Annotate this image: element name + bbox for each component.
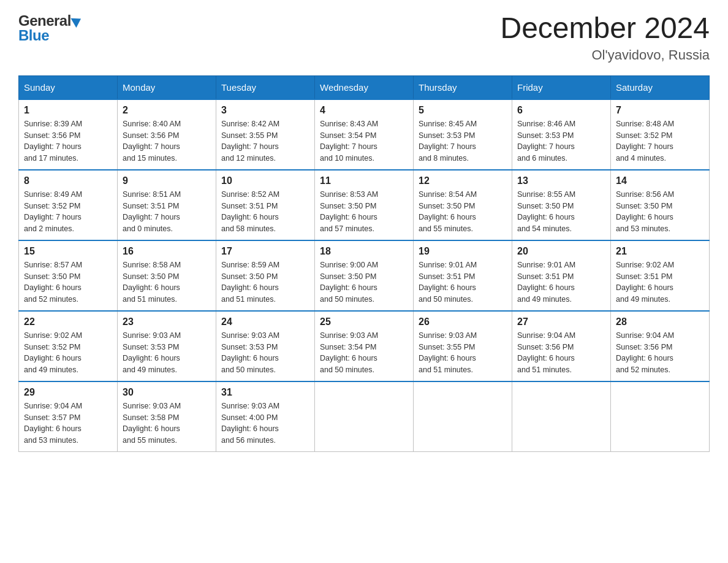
calendar-cell: 22 Sunrise: 9:02 AM Sunset: 3:52 PM Dayl… [19,311,118,381]
day-info: Sunrise: 9:01 AM Sunset: 3:51 PM Dayligh… [517,259,605,305]
day-number: 16 [123,246,211,257]
calendar-cell: 6 Sunrise: 8:46 AM Sunset: 3:53 PM Dayli… [512,99,611,170]
calendar-cell: 2 Sunrise: 8:40 AM Sunset: 3:56 PM Dayli… [118,99,216,170]
day-info: Sunrise: 8:55 AM Sunset: 3:50 PM Dayligh… [517,189,605,235]
header-wednesday: Wednesday [315,75,414,99]
day-info: Sunrise: 8:43 AM Sunset: 3:54 PM Dayligh… [320,118,408,164]
day-info: Sunrise: 9:03 AM Sunset: 3:58 PM Dayligh… [123,400,211,446]
day-info: Sunrise: 8:46 AM Sunset: 3:53 PM Dayligh… [517,118,605,164]
day-number: 14 [616,175,704,186]
calendar-cell: 13 Sunrise: 8:55 AM Sunset: 3:50 PM Dayl… [512,170,611,240]
day-number: 28 [616,316,704,327]
calendar-cell: 15 Sunrise: 8:57 AM Sunset: 3:50 PM Dayl… [19,240,118,311]
day-info: Sunrise: 8:45 AM Sunset: 3:53 PM Dayligh… [419,118,507,164]
calendar-cell: 29 Sunrise: 9:04 AM Sunset: 3:57 PM Dayl… [19,381,118,452]
month-title: December 2024 [500,12,710,45]
calendar-week-4: 22 Sunrise: 9:02 AM Sunset: 3:52 PM Dayl… [19,311,710,381]
location-title: Ol'yavidovo, Russia [500,47,710,63]
day-number: 18 [320,246,408,257]
calendar-cell: 7 Sunrise: 8:48 AM Sunset: 3:52 PM Dayli… [611,99,710,170]
day-number: 9 [123,175,211,186]
day-number: 3 [221,105,309,116]
day-info: Sunrise: 9:03 AM Sunset: 3:53 PM Dayligh… [221,330,309,376]
day-info: Sunrise: 9:00 AM Sunset: 3:50 PM Dayligh… [320,259,408,305]
calendar-cell: 14 Sunrise: 8:56 AM Sunset: 3:50 PM Dayl… [611,170,710,240]
calendar-cell: 20 Sunrise: 9:01 AM Sunset: 3:51 PM Dayl… [512,240,611,311]
calendar-table: Sunday Monday Tuesday Wednesday Thursday… [18,75,710,452]
day-info: Sunrise: 9:03 AM Sunset: 3:53 PM Dayligh… [123,330,211,376]
calendar-cell: 27 Sunrise: 9:04 AM Sunset: 3:56 PM Dayl… [512,311,611,381]
day-info: Sunrise: 8:49 AM Sunset: 3:52 PM Dayligh… [24,189,112,235]
day-number: 6 [517,105,605,116]
logo-arrow-icon [70,14,83,28]
calendar-cell: 3 Sunrise: 8:42 AM Sunset: 3:55 PM Dayli… [216,99,315,170]
calendar-cell: 21 Sunrise: 9:02 AM Sunset: 3:51 PM Dayl… [611,240,710,311]
day-info: Sunrise: 9:04 AM Sunset: 3:57 PM Dayligh… [24,400,112,446]
calendar-cell: 16 Sunrise: 8:58 AM Sunset: 3:50 PM Dayl… [118,240,216,311]
day-info: Sunrise: 8:56 AM Sunset: 3:50 PM Dayligh… [616,189,704,235]
day-info: Sunrise: 9:03 AM Sunset: 3:55 PM Dayligh… [419,330,507,376]
title-section: December 2024 Ol'yavidovo, Russia [500,12,710,63]
calendar-cell: 19 Sunrise: 9:01 AM Sunset: 3:51 PM Dayl… [414,240,512,311]
header-saturday: Saturday [611,75,710,99]
day-info: Sunrise: 8:51 AM Sunset: 3:51 PM Dayligh… [123,189,211,235]
day-number: 22 [24,316,112,327]
day-number: 25 [320,316,408,327]
day-number: 26 [419,316,507,327]
day-info: Sunrise: 9:02 AM Sunset: 3:51 PM Dayligh… [616,259,704,305]
calendar-cell: 17 Sunrise: 8:59 AM Sunset: 3:50 PM Dayl… [216,240,315,311]
day-number: 4 [320,105,408,116]
calendar-cell: 23 Sunrise: 9:03 AM Sunset: 3:53 PM Dayl… [118,311,216,381]
day-info: Sunrise: 9:01 AM Sunset: 3:51 PM Dayligh… [419,259,507,305]
day-number: 23 [123,316,211,327]
day-info: Sunrise: 8:48 AM Sunset: 3:52 PM Dayligh… [616,118,704,164]
day-info: Sunrise: 8:52 AM Sunset: 3:51 PM Dayligh… [221,189,309,235]
calendar-cell: 26 Sunrise: 9:03 AM Sunset: 3:55 PM Dayl… [414,311,512,381]
calendar-header-row: Sunday Monday Tuesday Wednesday Thursday… [19,75,710,99]
header-monday: Monday [118,75,216,99]
day-number: 2 [123,105,211,116]
calendar-week-2: 8 Sunrise: 8:49 AM Sunset: 3:52 PM Dayli… [19,170,710,240]
day-info: Sunrise: 8:54 AM Sunset: 3:50 PM Dayligh… [419,189,507,235]
calendar-week-5: 29 Sunrise: 9:04 AM Sunset: 3:57 PM Dayl… [19,381,710,452]
day-info: Sunrise: 8:39 AM Sunset: 3:56 PM Dayligh… [24,118,112,164]
day-number: 5 [419,105,507,116]
day-info: Sunrise: 8:57 AM Sunset: 3:50 PM Dayligh… [24,259,112,305]
day-number: 8 [24,175,112,186]
header-friday: Friday [512,75,611,99]
logo-blue-text: Blue [18,27,49,44]
day-info: Sunrise: 9:02 AM Sunset: 3:52 PM Dayligh… [24,330,112,376]
calendar-cell: 30 Sunrise: 9:03 AM Sunset: 3:58 PM Dayl… [118,381,216,452]
day-number: 29 [24,387,112,398]
calendar-cell: 11 Sunrise: 8:53 AM Sunset: 3:50 PM Dayl… [315,170,414,240]
calendar-cell: 10 Sunrise: 8:52 AM Sunset: 3:51 PM Dayl… [216,170,315,240]
day-number: 20 [517,246,605,257]
calendar-cell [414,381,512,452]
page-header: General Blue December 2024 Ol'yavidovo, … [18,12,710,63]
calendar-cell: 8 Sunrise: 8:49 AM Sunset: 3:52 PM Dayli… [19,170,118,240]
header-tuesday: Tuesday [216,75,315,99]
day-info: Sunrise: 8:58 AM Sunset: 3:50 PM Dayligh… [123,259,211,305]
calendar-cell: 18 Sunrise: 9:00 AM Sunset: 3:50 PM Dayl… [315,240,414,311]
calendar-cell: 4 Sunrise: 8:43 AM Sunset: 3:54 PM Dayli… [315,99,414,170]
calendar-week-3: 15 Sunrise: 8:57 AM Sunset: 3:50 PM Dayl… [19,240,710,311]
day-number: 13 [517,175,605,186]
calendar-cell: 28 Sunrise: 9:04 AM Sunset: 3:56 PM Dayl… [611,311,710,381]
calendar-week-1: 1 Sunrise: 8:39 AM Sunset: 3:56 PM Dayli… [19,99,710,170]
day-info: Sunrise: 8:42 AM Sunset: 3:55 PM Dayligh… [221,118,309,164]
day-number: 27 [517,316,605,327]
day-number: 19 [419,246,507,257]
day-number: 10 [221,175,309,186]
day-info: Sunrise: 8:40 AM Sunset: 3:56 PM Dayligh… [123,118,211,164]
day-number: 30 [123,387,211,398]
calendar-cell: 1 Sunrise: 8:39 AM Sunset: 3:56 PM Dayli… [19,99,118,170]
calendar-cell: 9 Sunrise: 8:51 AM Sunset: 3:51 PM Dayli… [118,170,216,240]
calendar-cell: 5 Sunrise: 8:45 AM Sunset: 3:53 PM Dayli… [414,99,512,170]
calendar-cell: 25 Sunrise: 9:03 AM Sunset: 3:54 PM Dayl… [315,311,414,381]
logo: General Blue [18,12,82,44]
day-number: 24 [221,316,309,327]
calendar-cell: 31 Sunrise: 9:03 AM Sunset: 4:00 PM Dayl… [216,381,315,452]
day-info: Sunrise: 9:04 AM Sunset: 3:56 PM Dayligh… [517,330,605,376]
calendar-cell [611,381,710,452]
day-number: 12 [419,175,507,186]
